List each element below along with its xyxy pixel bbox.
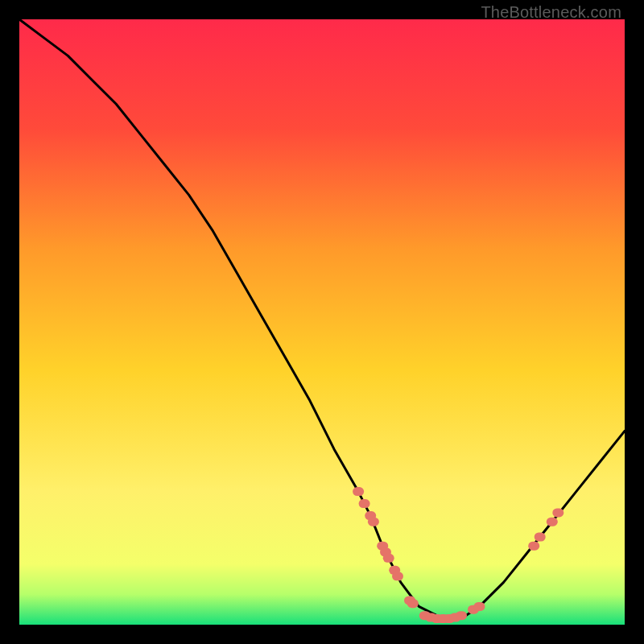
curve-marker (535, 533, 546, 542)
curve-marker (392, 572, 403, 580)
curve-marker (353, 487, 364, 496)
gradient-background (19, 19, 625, 625)
curve-marker (407, 599, 419, 608)
curve-marker (528, 542, 539, 551)
curve-marker (547, 518, 558, 526)
watermark-text: TheBottleneck.com (481, 3, 621, 22)
curve-marker (456, 611, 467, 620)
bottleneck-chart (19, 19, 625, 625)
curve-marker (552, 508, 564, 517)
curve-marker (368, 518, 379, 526)
curve-marker (383, 554, 394, 563)
chart-frame (19, 19, 625, 625)
curve-marker (474, 602, 485, 611)
curve-marker (359, 499, 370, 508)
